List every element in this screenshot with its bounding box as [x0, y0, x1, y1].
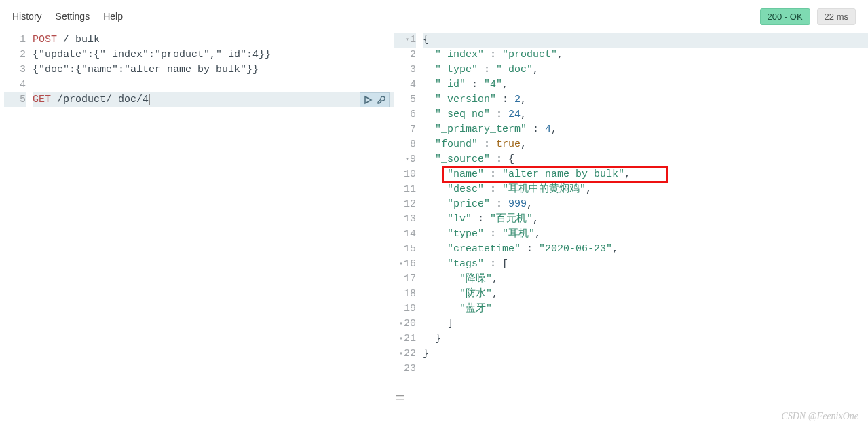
response-viewer[interactable]: ▾ 12345678▾ 9101112131415▾ 16171819▾ 20▾… [394, 33, 868, 413]
response-line: "_seq_no" : 24, [423, 107, 868, 122]
status-group: 200 - OK 22 ms [760, 8, 856, 25]
response-line: "desc" : "耳机中的黄焖鸡", [423, 182, 868, 197]
response-line: } [423, 347, 868, 361]
workspace: 12345 POST /_bulk{"update":{"_index":"pr… [0, 33, 868, 413]
response-line: "_version" : 2, [423, 92, 868, 107]
topbar: History Settings Help 200 - OK 22 ms [0, 0, 868, 33]
response-line: "lv" : "百元机", [423, 212, 868, 227]
response-line: "found" : true, [423, 137, 868, 152]
response-code: { "_index" : "product", "_type" : "_doc"… [423, 33, 868, 413]
status-badge: 200 - OK [760, 8, 810, 25]
menu-settings[interactable]: Settings [56, 11, 90, 22]
response-line [423, 361, 868, 376]
response-line: "_type" : "_doc", [423, 63, 868, 77]
response-line: "防水", [423, 287, 868, 302]
request-line[interactable]: POST /_bulk [33, 33, 394, 48]
watermark: CSDN @FeenixOne [781, 411, 858, 422]
response-line: "type" : "耳机", [423, 227, 868, 242]
svg-marker-0 [365, 96, 371, 103]
response-gutter: ▾ 12345678▾ 9101112131415▾ 16171819▾ 20▾… [394, 33, 423, 413]
response-line: "tags" : [ [423, 257, 868, 272]
response-line: "_index" : "product", [423, 48, 868, 63]
menu-help[interactable]: Help [103, 11, 123, 22]
request-line[interactable]: {"doc":{"name":"alter name by bulk"}} [33, 63, 394, 77]
menu-history[interactable]: History [12, 11, 42, 22]
play-icon[interactable] [363, 95, 373, 105]
request-line[interactable] [33, 77, 394, 92]
request-editor[interactable]: 12345 POST /_bulk{"update":{"_index":"pr… [4, 33, 394, 413]
timing-badge: 22 ms [817, 8, 856, 25]
response-line: "_primary_term" : 4, [423, 122, 868, 137]
request-code[interactable]: POST /_bulk{"update":{"_index":"product"… [33, 33, 394, 413]
response-line: "_source" : { [423, 152, 868, 167]
request-line[interactable]: GET /product/_doc/4 [33, 92, 394, 107]
wrench-icon[interactable] [377, 95, 386, 105]
response-line: "_id" : "4", [423, 77, 868, 92]
response-line: "蓝牙" [423, 302, 868, 317]
menu: History Settings Help [12, 11, 123, 22]
response-line: } [423, 332, 868, 347]
response-line: "price" : 999, [423, 197, 868, 212]
response-line: { [423, 33, 868, 48]
pane-splitter[interactable]: || [396, 395, 407, 402]
request-gutter: 12345 [4, 33, 33, 413]
run-controls[interactable] [360, 92, 390, 107]
response-line: "降噪", [423, 272, 868, 287]
request-line[interactable]: {"update":{"_index":"product","_id":4}} [33, 48, 394, 63]
response-line: ] [423, 317, 868, 332]
response-line: "name" : "alter name by bulk", [423, 167, 868, 182]
response-line: "createtime" : "2020-06-23", [423, 242, 868, 257]
